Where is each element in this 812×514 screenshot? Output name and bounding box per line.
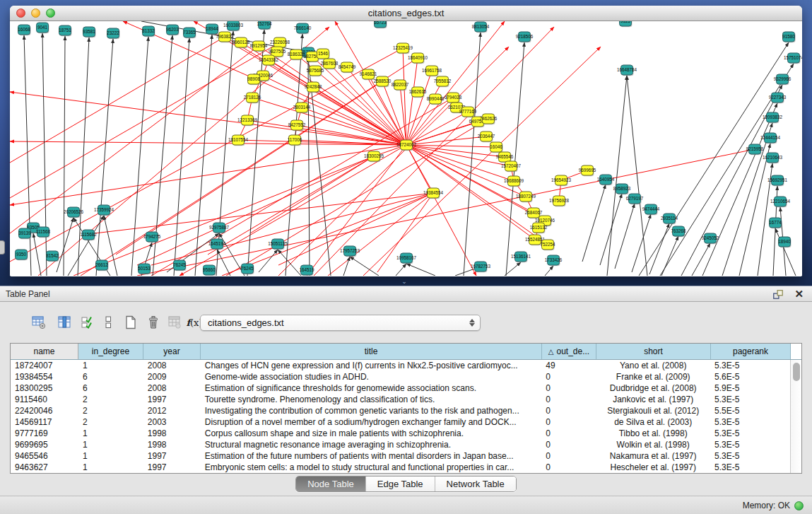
table-cell[interactable]: 1997 (143, 450, 201, 462)
network-node[interactable]: 1615132 (530, 223, 548, 233)
network-node[interactable]: 10958167 (396, 253, 417, 264)
network-node[interactable]: 98908 (247, 74, 260, 85)
scrollbar-thumb[interactable] (793, 363, 800, 381)
table-cell[interactable]: Disruption of a novel member of a sodium… (201, 416, 542, 428)
network-node[interactable]: 1640954 (597, 175, 615, 185)
table-cell[interactable]: de Silva et al. (2003) (596, 416, 710, 428)
network-node[interactable]: 7955812 (434, 76, 452, 87)
column-functions-button[interactable] (78, 313, 96, 332)
table-cell[interactable]: Nakamura et al. (1997) (596, 450, 710, 462)
network-edge[interactable] (649, 223, 669, 274)
network-edge[interactable] (174, 38, 189, 276)
network-node[interactable]: 9329966 (774, 74, 792, 85)
table-row[interactable]: 946362711997Embryonic stem cells: a mode… (11, 462, 790, 473)
table-cell[interactable]: 9465546 (11, 450, 78, 462)
network-edge[interactable] (57, 218, 73, 272)
network-node[interactable]: 18107554 (228, 135, 249, 146)
network-node[interactable]: 81332 (142, 26, 155, 37)
network-edge[interactable] (545, 266, 553, 276)
network-edge[interactable] (217, 250, 230, 276)
table-cell[interactable]: Wolkin et al. (1998) (596, 439, 710, 450)
network-node[interactable]: 15136141 (511, 252, 531, 262)
table-row[interactable]: 2242004622012Investigating the contribut… (11, 405, 790, 416)
network-edge[interactable] (250, 156, 374, 233)
network-node[interactable]: 9218506 (516, 32, 534, 42)
network-edge[interactable] (464, 33, 481, 276)
network-node[interactable]: 96203 (166, 25, 179, 35)
table-cell[interactable]: 1 (78, 462, 143, 473)
network-node[interactable]: 18807249 (516, 192, 536, 202)
network-node[interactable]: 117006 (288, 135, 302, 146)
network-edge[interactable] (10, 48, 403, 262)
table-cell[interactable]: 5.3E-5 (710, 360, 790, 371)
table-cell[interactable]: 5.6E-5 (710, 371, 790, 382)
table-cell[interactable]: 0 (541, 416, 596, 428)
column-header-title[interactable]: title (201, 344, 542, 359)
network-edge[interactable] (702, 103, 777, 276)
network-node[interactable]: 16774 (769, 218, 782, 228)
splitter-resize-handle[interactable]: ⌄ (400, 279, 408, 284)
network-node[interactable]: 1645194 (208, 239, 226, 250)
network-node[interactable]: 16210643 (763, 153, 783, 163)
network-node[interactable]: 12325419 (393, 43, 413, 54)
network-node[interactable]: 12093832 (763, 112, 783, 123)
table-cell[interactable]: 6 (78, 382, 143, 394)
network-node[interactable]: 18944 (206, 24, 218, 35)
table-cell[interactable]: 22420046 (11, 405, 78, 416)
network-node[interactable]: 16961758 (422, 66, 442, 76)
table-cell[interactable]: 1 (78, 360, 143, 371)
network-node[interactable]: 17957253 (340, 246, 360, 257)
table-selector[interactable]: citations_edges.txt (200, 315, 481, 331)
column-header-pagerank[interactable]: pagerank (711, 344, 791, 359)
network-node[interactable]: 18940 (778, 237, 791, 247)
table-cell[interactable]: 2008 (143, 360, 201, 371)
network-edge[interactable] (350, 257, 379, 276)
network-edge[interactable] (259, 250, 278, 272)
table-cell[interactable]: 9115460 (11, 394, 78, 405)
tab-edge-table[interactable]: Edge Table (365, 477, 435, 491)
table-cell[interactable]: 6 (78, 371, 143, 382)
network-node[interactable]: 26612 (95, 260, 108, 271)
network-edge[interactable] (137, 149, 755, 276)
network-window-titlebar[interactable]: citations_edges.txt (10, 6, 802, 21)
network-node[interactable]: 19756928 (549, 196, 570, 206)
network-edge[interactable] (312, 57, 406, 145)
table-cell[interactable]: 9699695 (11, 439, 78, 450)
network-node[interactable]: 92975887 (209, 223, 230, 233)
network-node[interactable]: 8215958 (746, 144, 764, 155)
network-node[interactable]: 763268 (671, 226, 686, 237)
table-cell[interactable]: 1997 (143, 394, 201, 405)
network-edge[interactable] (180, 145, 406, 276)
column-header-short[interactable]: short (596, 344, 711, 359)
table-cell[interactable]: 1 (78, 450, 143, 462)
table-cell[interactable]: 49 (541, 360, 596, 371)
delete-table-button[interactable] (144, 313, 163, 332)
table-row[interactable]: 1830029562008Estimation of significance … (11, 382, 790, 394)
network-node[interactable]: 91580 (782, 32, 795, 42)
network-canvas[interactable]: 1606890411875193581232228133296203733651… (10, 21, 802, 276)
panel-collapse-handle[interactable] (0, 240, 5, 255)
network-node[interactable]: 152764 (257, 21, 272, 30)
network-node[interactable]: 81542 (46, 251, 59, 262)
network-edge[interactable] (38, 27, 329, 276)
network-edge[interactable] (42, 33, 47, 276)
network-node[interactable]: 16068 (18, 25, 30, 35)
network-node[interactable]: 73365 (183, 28, 196, 38)
table-cell[interactable]: Tibbo et al. (1998) (596, 428, 710, 439)
network-node[interactable]: 9777169 (459, 107, 477, 117)
column-header-out_de[interactable]: △out_de... (542, 344, 596, 359)
network-edge[interactable] (81, 58, 418, 276)
network-node[interactable]: 19654923 (551, 175, 572, 186)
network-edge[interactable] (286, 34, 302, 276)
network-node[interactable]: 39139 (18, 228, 31, 239)
table-cell[interactable]: 14569117 (11, 416, 78, 428)
network-node[interactable]: 164519 (299, 265, 314, 276)
table-row[interactable]: 946554611997Estimation of the future num… (11, 450, 790, 462)
network-node[interactable]: 8958923 (613, 184, 631, 194)
table-settings-button[interactable] (30, 313, 48, 332)
network-edge[interactable] (406, 71, 432, 145)
network-node[interactable]: 15720407 (501, 161, 522, 172)
network-node[interactable]: 5875685 (307, 66, 324, 76)
table-cell[interactable]: Estimation of significance thresholds fo… (201, 382, 542, 394)
table-cell[interactable]: Dudbridge et al. (2008) (596, 382, 710, 394)
